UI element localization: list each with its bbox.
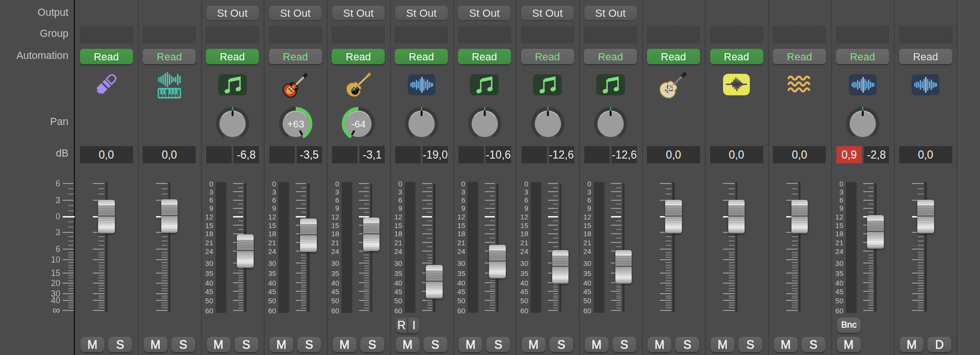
svg-text:+63: +63: [287, 118, 304, 129]
svg-text:-64: -64: [351, 118, 366, 129]
